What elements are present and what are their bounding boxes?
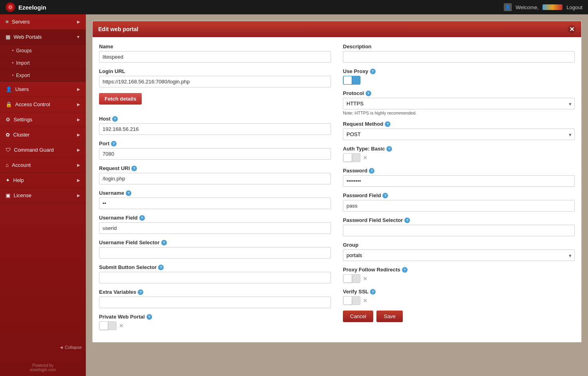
cluster-arrow: ▶ [77, 133, 80, 137]
form-grid: Name Login URL [99, 44, 575, 336]
sidebar-item-web-portals[interactable]: ▦ Web Portals ▼ [0, 30, 86, 45]
username-field-selector-input[interactable] [99, 247, 331, 259]
group-select[interactable]: portals [343, 249, 575, 261]
sidebar-item-account[interactable]: ⌂ Account ▶ [0, 158, 86, 173]
username-field-selector-help-icon[interactable]: ? [161, 240, 167, 245]
port-help-icon[interactable]: ? [111, 141, 117, 146]
logo-icon [6, 2, 15, 12]
command-guard-icon: 🛡 [6, 147, 11, 153]
sidebar-label-help: Help [13, 177, 24, 183]
proxy-follow-redirects-label: Proxy Follow Redirects ? [343, 267, 575, 273]
settings-arrow: ▶ [77, 117, 80, 122]
password-help-icon[interactable]: ? [369, 168, 374, 174]
name-group: Name [99, 44, 331, 63]
submit-button-selector-input[interactable] [99, 272, 331, 283]
sidebar-item-access-control[interactable]: 🔒 Access Control ▶ [0, 97, 86, 112]
cancel-button[interactable]: Cancel [343, 311, 373, 322]
sidebar-sub-groups[interactable]: Groups [0, 45, 86, 57]
username-help-icon[interactable]: ? [126, 190, 131, 196]
proxy-follow-redirects-help-icon[interactable]: ? [402, 267, 408, 273]
request-uri-label: Request URI ? [99, 165, 331, 171]
use-proxy-toggle[interactable] [343, 76, 360, 85]
proxy-follow-redirects-clear[interactable]: ✕ [363, 275, 368, 282]
proxy-follow-redirects-knob [344, 275, 352, 283]
fetch-details-button[interactable]: Fetch details [99, 93, 142, 105]
request-method-select[interactable]: GET POST [343, 129, 575, 140]
topbar: Ezeelogin 👤 Welcome, Logout [0, 0, 588, 14]
port-input[interactable] [99, 148, 331, 160]
sidebar-item-settings[interactable]: ⚙ Settings ▶ [0, 112, 86, 127]
proxy-follow-redirects-toggle[interactable] [343, 274, 360, 283]
username-input[interactable] [99, 198, 331, 209]
protocol-group: Protocol ? HTTP HTTPS Note: HTTPS is hig… [343, 90, 575, 115]
use-proxy-help-icon[interactable]: ? [370, 69, 376, 74]
private-web-portal-help-icon[interactable]: ? [147, 314, 152, 320]
sidebar-label-web-portals: Web Portals [14, 34, 42, 40]
logout-button[interactable]: Logout [566, 4, 582, 10]
username-field-selector-label: Username Field Selector ? [99, 239, 331, 245]
submit-button-selector-help-icon[interactable]: ? [158, 265, 164, 270]
password-field-help-icon[interactable]: ? [382, 193, 388, 198]
verify-ssl-help-icon[interactable]: ? [370, 289, 376, 295]
user-avatar-bar [542, 4, 562, 10]
auth-type-toggle[interactable] [343, 153, 360, 162]
private-web-portal-toggle[interactable] [99, 321, 117, 330]
sidebar-sub-import[interactable]: Import [0, 57, 86, 69]
extra-variables-input[interactable] [99, 297, 331, 308]
save-button[interactable]: Save [376, 311, 403, 322]
group-select-wrap: portals [343, 249, 575, 261]
group-label: Group [343, 242, 575, 248]
command-guard-arrow: ▶ [77, 148, 80, 152]
password-input[interactable] [343, 175, 575, 187]
license-icon: ▣ [6, 192, 10, 198]
sidebar-sub-export[interactable]: Export [0, 69, 86, 82]
submit-button-selector-label: Submit Button Selector ? [99, 264, 331, 270]
protocol-select[interactable]: HTTP HTTPS [343, 98, 575, 109]
sidebar-item-license[interactable]: ▣ License ▶ [0, 188, 86, 203]
protocol-help-icon[interactable]: ? [366, 91, 371, 96]
edit-panel-header: Edit web portal ✕ [93, 21, 581, 37]
group-group: Group portals [343, 242, 575, 261]
sidebar-label-cluster: Cluster [13, 132, 30, 138]
topbar-right: 👤 Welcome, Logout [504, 3, 582, 11]
login-url-input[interactable] [99, 76, 331, 87]
request-uri-help-icon[interactable]: ? [131, 166, 137, 171]
request-method-help-icon[interactable]: ? [385, 121, 390, 127]
host-help-icon[interactable]: ? [112, 116, 118, 122]
port-group: Port ? [99, 141, 331, 160]
password-field-input[interactable] [343, 200, 575, 212]
auth-type-label: Auth Type: Basic ? [343, 146, 575, 152]
name-input[interactable] [99, 51, 331, 63]
sidebar-collapse-button[interactable]: ◄ Collapse [55, 342, 86, 352]
users-icon: 👤 [6, 86, 12, 92]
sidebar-item-users[interactable]: 👤 Users ▶ [0, 82, 86, 97]
sidebar-label-users: Users [15, 86, 29, 92]
auth-type-knob [344, 154, 352, 162]
sidebar-item-servers[interactable]: ≡ Servers ▶ [0, 14, 86, 30]
sidebar-item-help[interactable]: ✦ Help ▶ [0, 173, 86, 188]
host-input[interactable] [99, 123, 331, 135]
username-field-help-icon[interactable]: ? [139, 215, 145, 221]
access-control-arrow: ▶ [77, 102, 80, 107]
close-button[interactable]: ✕ [568, 25, 576, 33]
request-uri-input[interactable] [99, 173, 331, 184]
password-field-selector-group: Password Field Selector ? [343, 217, 575, 236]
verify-ssl-clear[interactable]: ✕ [363, 297, 368, 304]
sidebar-sub-web-portals: Groups Import Export [0, 45, 86, 82]
auth-type-help-icon[interactable]: ? [386, 146, 392, 152]
username-field-input[interactable] [99, 222, 331, 234]
sidebar-item-cluster[interactable]: ✿ Cluster ▶ [0, 127, 86, 142]
extra-variables-help-icon[interactable]: ? [138, 289, 143, 295]
password-field-selector-input[interactable] [343, 225, 575, 236]
verify-ssl-toggle[interactable] [343, 296, 360, 305]
password-field-selector-help-icon[interactable]: ? [404, 218, 410, 223]
app-logo: Ezeelogin [6, 2, 46, 12]
servers-arrow: ▶ [77, 20, 80, 24]
description-input[interactable] [343, 51, 575, 63]
protocol-note: Note: HTTPS is highly recommended. [343, 111, 575, 115]
sidebar-item-command-guard[interactable]: 🛡 Command Guard ▶ [0, 142, 86, 158]
private-web-portal-clear[interactable]: ✕ [119, 323, 124, 329]
auth-type-group: Auth Type: Basic ? ✕ [343, 146, 575, 162]
help-icon: ✦ [6, 177, 10, 183]
auth-type-clear[interactable]: ✕ [363, 154, 368, 161]
